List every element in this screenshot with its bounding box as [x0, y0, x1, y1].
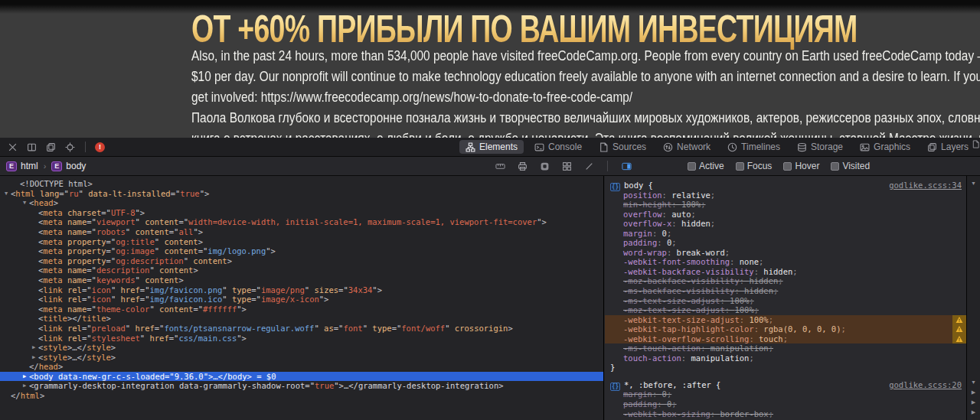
breadcrumb-item-body[interactable]: Ebody	[51, 157, 86, 175]
dock-windows-icon[interactable]	[44, 141, 57, 153]
disclosure-arrow[interactable]: ▼	[2, 189, 10, 199]
code-token: "	[155, 246, 165, 256]
grid-overlay-icon[interactable]	[560, 160, 573, 172]
element-picker-icon[interactable]	[64, 141, 76, 153]
disclosure-arrow[interactable]: ▼	[21, 198, 28, 208]
dom-tree-row[interactable]: ▶<style>…</style>	[0, 353, 603, 363]
css-semicolon: ;	[792, 267, 797, 276]
print-icon[interactable]	[516, 160, 528, 172]
disclosure-arrow[interactable]: ▶	[21, 381, 28, 391]
dom-tree-row[interactable]: ▶<grammarly-desktop-integration data-gra…	[0, 381, 603, 391]
disclosure-arrow[interactable]: ▶	[21, 372, 28, 382]
css-rule-selector[interactable]: {}body {godlike.scss:34	[605, 181, 966, 190]
css-styles-pane[interactable]: {}body {godlike.scss:34position: relativ…	[605, 176, 967, 420]
css-property[interactable]: -webkit-overflow-scrolling: touch;	[605, 334, 966, 344]
pseudo-toggle-active[interactable]: Active	[688, 161, 724, 171]
dom-tree-row[interactable]: <!DOCTYPE html>	[0, 179, 603, 189]
sidebar-toggle-icon[interactable]	[620, 160, 632, 172]
section-disclosure-arrow[interactable]: ▶	[967, 389, 980, 399]
css-warning-icon[interactable]	[952, 315, 966, 325]
tab-layers[interactable]: Layers	[921, 140, 975, 154]
css-property[interactable]: -webkit-tap-highlight-color: rgba(0, 0, …	[605, 324, 966, 334]
dom-tree-row[interactable]: <meta name="robots" content="all">	[0, 227, 603, 237]
appearance-icon[interactable]	[538, 160, 550, 172]
dom-tree-row[interactable]: </html>	[0, 391, 603, 401]
css-property[interactable]: -ms-backface-visibility: hidden;	[605, 286, 966, 296]
dock-split-icon[interactable]	[25, 141, 38, 153]
tab-storage[interactable]: Storage	[791, 140, 849, 154]
dom-tree-row[interactable]: <meta property="og:title" content>	[0, 237, 603, 247]
tab-elements[interactable]: Elements	[459, 140, 524, 154]
dom-tree-row[interactable]: <meta charset="UTF-8">	[0, 208, 603, 218]
disclosure-arrow[interactable]: ▶	[30, 353, 38, 363]
code-token: ="	[334, 324, 344, 333]
css-property[interactable]: min-height: 100%;	[605, 200, 966, 210]
pseudo-toggle-hover[interactable]: Hover	[783, 161, 819, 171]
section-disclosure-arrow[interactable]: ▼	[967, 181, 980, 190]
css-property[interactable]: -webkit-font-smoothing: none;	[605, 257, 966, 267]
css-property[interactable]: -webkit-backface-visibility: hidden;	[605, 267, 966, 277]
css-property[interactable]: -ms-text-size-adjust: 100%;	[605, 296, 966, 306]
disclosure-arrow[interactable]: ▶	[30, 343, 38, 353]
css-source-link[interactable]: godlike.scss:20	[889, 380, 962, 390]
css-property[interactable]: margin: 0;	[605, 229, 966, 239]
code-token: name	[67, 265, 87, 275]
dom-tree-row[interactable]: ▼<head>	[0, 198, 603, 208]
code-token: "	[126, 227, 136, 236]
dom-tree-row[interactable]: </head>	[0, 362, 603, 372]
css-warning-icon[interactable]	[952, 324, 966, 334]
css-rule-selector[interactable]: {}*, :before, :after {godlike.scss:20	[605, 380, 966, 390]
dom-tree-pane[interactable]: <!DOCTYPE html>▼<html lang="ru" data-lt-…	[0, 176, 604, 420]
tab-timelines[interactable]: Timelines	[721, 140, 786, 154]
close-icon[interactable]	[6, 141, 18, 153]
code-token: rel	[67, 295, 82, 304]
dom-tree-row[interactable]: <meta name="description" content>	[0, 265, 603, 275]
dom-tree-row[interactable]: <meta name="theme-color" content="#fffff…	[0, 304, 603, 314]
tab-partial[interactable]	[972, 140, 980, 154]
error-badge[interactable]: !	[95, 142, 105, 152]
code-token: name	[67, 217, 87, 226]
css-property[interactable]: overflow-x: hidden;	[605, 219, 966, 229]
css-property-value: rgba(0, 0, 0, 0)	[763, 324, 841, 334]
css-property[interactable]: padding: 0;	[605, 238, 966, 248]
tab-network[interactable]: Network	[657, 140, 717, 154]
breadcrumb-item-html[interactable]: Ehtml	[6, 157, 38, 175]
dom-tree-row[interactable]: <link rel="icon" href="img/favicon.ico" …	[0, 295, 603, 304]
tab-graphics[interactable]: Graphics	[854, 140, 916, 154]
css-property[interactable]: overflow: auto;	[605, 210, 966, 220]
section-disclosure-arrow[interactable]: ▶	[967, 409, 980, 418]
css-property[interactable]: -webkit-text-size-adjust: 100%;	[605, 315, 966, 325]
dom-tree-row[interactable]: <link rel="icon" href="img/favicon.png" …	[0, 285, 603, 295]
pseudo-toggle-visited[interactable]: Visited	[831, 161, 870, 171]
dom-tree-row[interactable]: <link rel="preload" href="fonts/ptsansna…	[0, 324, 603, 334]
dom-tree-row[interactable]: <meta name="viewport" content="width=dev…	[0, 217, 603, 227]
css-property[interactable]: -moz-text-size-adjust: 100%;	[605, 305, 966, 315]
pseudo-toggle-focus[interactable]: Focus	[736, 161, 773, 171]
css-property[interactable]: position: relative;	[605, 190, 966, 200]
css-property[interactable]: touch-action: manipulation;	[605, 353, 966, 363]
dom-tree-row[interactable]: <title></title>	[0, 314, 603, 324]
tab-sources[interactable]: Sources	[593, 140, 652, 154]
section-disclosure-arrow[interactable]: ▶	[967, 399, 980, 409]
css-source-link[interactable]: godlike.scss:34	[889, 181, 962, 190]
ruler-icon[interactable]	[494, 160, 506, 172]
css-property[interactable]: padding: 0;	[605, 399, 966, 409]
css-warning-icon[interactable]	[952, 334, 966, 344]
dom-tree-row[interactable]: <meta property="og:description" content>	[0, 256, 603, 266]
css-property[interactable]: -moz-backface-visibility: hidden;	[605, 276, 966, 286]
dom-tree-row[interactable]: <link rel="stylesheet" href="css/main.cs…	[0, 334, 603, 343]
css-property[interactable]: word-wrap: break-word;	[605, 248, 966, 258]
css-property[interactable]: -ms-touch-action: manipulation;	[605, 343, 966, 353]
css-property-name: word-wrap	[623, 248, 667, 257]
tab-console[interactable]: Console	[528, 140, 588, 154]
dom-tree-row[interactable]: ▶<style>…</style>	[0, 343, 603, 353]
dom-tree-row[interactable]: ▶<body data-new-gr-c-s-loaded="9.36.0">……	[0, 372, 603, 382]
dom-tree-row[interactable]: <meta property="og:image" content="img/l…	[0, 246, 603, 256]
edit-icon[interactable]	[583, 160, 595, 172]
dom-tree-row[interactable]: <meta name="keywords" content>	[0, 275, 603, 285]
devtools-tabs: ElementsConsoleSourcesNetworkTimelinesSt…	[459, 138, 975, 156]
dom-tree-row[interactable]: ▼<html lang="ru" data-lt-installed="true…	[0, 189, 603, 199]
section-disclosure-arrow[interactable]: ▼	[967, 379, 980, 389]
css-property[interactable]: margin: 0;	[605, 389, 966, 399]
css-property[interactable]: -webkit-box-sizing: border-box;	[605, 409, 966, 419]
